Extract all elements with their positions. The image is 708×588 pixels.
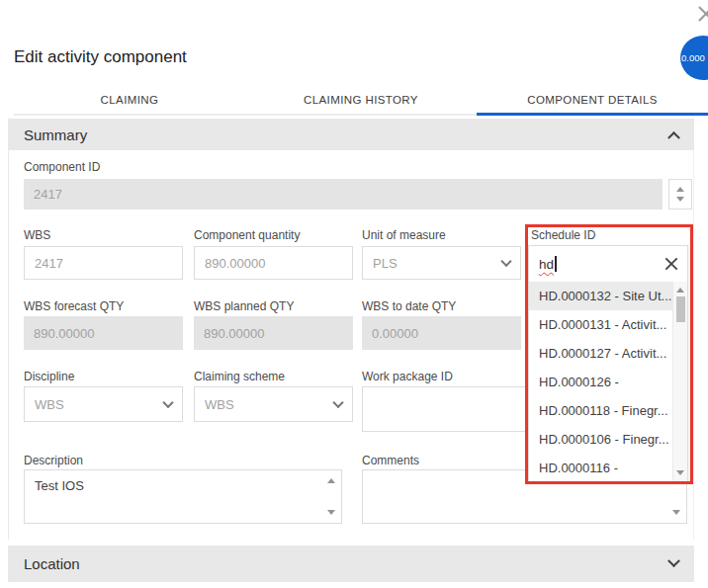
chevron-down-icon xyxy=(332,397,343,408)
component-quantity-value: 890.00000 xyxy=(205,256,265,271)
close-icon[interactable] xyxy=(695,3,708,25)
wbs-forecast-qty-label: WBS forecast QTY xyxy=(24,299,124,313)
schedule-id-search-input[interactable]: hd xyxy=(529,246,687,282)
schedule-option[interactable]: HD.0000106 - Finegr... xyxy=(529,425,672,454)
comments-label: Comments xyxy=(362,454,419,467)
schedule-option[interactable]: HD.0000127 - Activit... xyxy=(529,339,672,368)
unit-of-measure-select[interactable]: PLS xyxy=(362,246,521,280)
section-header-location[interactable]: Location xyxy=(8,546,694,582)
scroll-down-icon[interactable] xyxy=(676,470,684,475)
work-package-id-label: Work package ID xyxy=(362,370,453,383)
scroll-down-icon[interactable] xyxy=(672,510,680,515)
scroll-thumb[interactable] xyxy=(676,296,685,322)
tab-claiming-history[interactable]: CLAIMING HISTORY xyxy=(245,86,477,114)
wbs-to-date-qty-input: 0.00000 xyxy=(362,316,521,350)
schedule-id-combobox: hd HD.0000132 - Site Ut... HD.0000131 - … xyxy=(528,245,688,482)
schedule-option[interactable]: HD.0000118 - Finegr... xyxy=(529,396,672,425)
wbs-value: 2417 xyxy=(35,256,63,271)
location-section-title: Location xyxy=(24,555,80,572)
component-quantity-label: Component quantity xyxy=(194,228,300,242)
claiming-scheme-label: Claiming scheme xyxy=(194,370,285,383)
description-textarea[interactable]: Test IOS xyxy=(24,469,342,524)
wbs-planned-qty-value: 890.00000 xyxy=(204,326,264,341)
component-id-input: 2417 xyxy=(24,179,663,210)
spinner-down-icon[interactable] xyxy=(676,197,684,202)
discipline-value: WBS xyxy=(35,397,64,412)
component-id-label: Component ID xyxy=(24,160,100,174)
schedule-id-option-list: HD.0000132 - Site Ut... HD.0000131 - Act… xyxy=(529,282,687,481)
schedule-option[interactable]: HD.0000131 - Activit... xyxy=(529,310,672,339)
chevron-up-icon xyxy=(667,130,680,143)
claiming-scheme-select[interactable]: WBS xyxy=(194,386,353,422)
unit-of-measure-label: Unit of measure xyxy=(362,228,446,242)
dialog-title: Edit activity component xyxy=(14,47,187,67)
description-value: Test IOS xyxy=(35,478,84,493)
chevron-down-icon xyxy=(667,554,680,567)
scroll-up-icon[interactable] xyxy=(676,288,684,293)
wbs-label: WBS xyxy=(24,228,50,242)
schedule-id-search-value: hd xyxy=(539,257,554,272)
chevron-down-icon xyxy=(500,256,511,267)
claiming-scheme-value: WBS xyxy=(205,397,234,412)
wbs-to-date-qty-value: 0.00000 xyxy=(372,326,418,341)
component-id-value: 2417 xyxy=(34,187,62,202)
tab-component-details[interactable]: COMPONENT DETAILS xyxy=(477,86,708,114)
clear-icon[interactable] xyxy=(663,255,680,273)
component-quantity-input[interactable]: 890.00000 xyxy=(194,246,353,280)
discipline-label: Discipline xyxy=(24,370,74,383)
spinner-up-icon[interactable] xyxy=(676,187,684,192)
unit-of-measure-value: PLS xyxy=(373,256,398,271)
wbs-planned-qty-label: WBS planned QTY xyxy=(194,299,294,313)
tab-claiming[interactable]: CLAIMING xyxy=(14,86,245,114)
dropdown-scrollbar[interactable] xyxy=(672,282,687,481)
scroll-up-icon[interactable] xyxy=(327,478,335,483)
wbs-to-date-qty-label: WBS to date QTY xyxy=(362,299,456,313)
discipline-select[interactable]: WBS xyxy=(24,386,183,422)
schedule-option[interactable]: HD.0000132 - Site Ut... xyxy=(529,282,672,310)
wbs-forecast-qty-input: 890.00000 xyxy=(24,316,183,350)
schedule-option[interactable]: HD.0000126 - xyxy=(529,368,672,396)
tab-bar: CLAIMING CLAIMING HISTORY COMPONENT DETA… xyxy=(14,86,708,116)
schedule-option[interactable]: HD.0000116 - xyxy=(529,454,672,482)
wbs-forecast-qty-value: 890.00000 xyxy=(34,326,94,341)
wbs-input[interactable]: 2417 xyxy=(24,246,183,280)
progress-badge: 0.000 xyxy=(680,36,708,80)
wbs-planned-qty-input: 890.00000 xyxy=(194,316,353,350)
schedule-id-label: Schedule ID xyxy=(531,228,595,242)
description-label: Description xyxy=(24,454,83,467)
chevron-down-icon xyxy=(162,397,173,408)
section-header-summary[interactable]: Summary xyxy=(8,119,694,150)
summary-section-title: Summary xyxy=(24,126,87,143)
component-id-stepper[interactable] xyxy=(668,179,692,210)
text-caret xyxy=(555,256,557,272)
edit-activity-component-dialog: Edit activity component 0.000 CLAIMING C… xyxy=(0,0,708,588)
scroll-down-icon[interactable] xyxy=(327,510,335,515)
